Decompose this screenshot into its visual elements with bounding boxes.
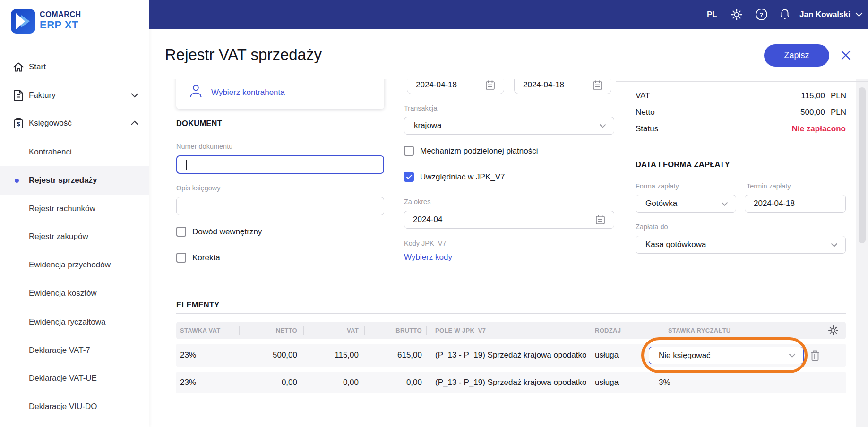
status-label: Status: [636, 124, 658, 134]
choose-codes-link[interactable]: Wybierz kody: [404, 253, 452, 262]
table-row[interactable]: 23% 0,00 0,00 0,00 (P_13 - P_19) Sprzeda…: [176, 372, 846, 393]
sidebar-subitem-deklaracje-vat7[interactable]: Deklaracje VAT-7: [0, 336, 149, 365]
sidebar-subitem-deklaracje-viudo[interactable]: Deklaracje VIU-DO: [0, 393, 149, 421]
sidebar-item-label: Rejestr zakupów: [29, 232, 88, 241]
settings-button[interactable]: [730, 0, 743, 29]
close-icon[interactable]: [840, 50, 851, 61]
jpk-codes-label: Kody JPK_V7: [404, 239, 446, 247]
chevron-down-icon: [855, 12, 863, 17]
comarch-logo[interactable]: [11, 9, 35, 34]
chevron-down-icon: [789, 353, 796, 358]
language-selector[interactable]: PL: [707, 0, 717, 29]
col-pole-jpk: POLE W JPK_V7: [435, 322, 577, 339]
cell-rodzaj: usługa: [595, 344, 647, 367]
checkbox-checked[interactable]: [404, 172, 414, 182]
ryczalt-rate-value: Nie księgować: [659, 351, 711, 360]
cell-stawka-ryczaltu: 3%: [659, 372, 730, 393]
chevron-up-icon: [130, 120, 139, 126]
transaction-dropdown[interactable]: krajowa: [404, 117, 614, 135]
help-button[interactable]: ?: [755, 0, 768, 29]
sidebar-subitem-ewidencja-ryczaltowa[interactable]: Ewidencja ryczałtowa: [0, 308, 149, 336]
calendar-icon[interactable]: [593, 80, 602, 90]
sidebar: COMARCH ERP XT Start Faktury $ Księgowoś…: [0, 0, 149, 427]
sidebar-item-label: Deklaracje VAT-7: [29, 346, 90, 355]
help-icon: ?: [755, 8, 768, 21]
home-icon: [12, 61, 25, 73]
ryczalt-rate-dropdown[interactable]: Nie księgować: [649, 347, 804, 364]
sidebar-subitem-kontrahenci[interactable]: Kontrahenci: [0, 138, 149, 166]
checkbox-unchecked[interactable]: [404, 146, 414, 156]
sidebar-item-ksiegowosc[interactable]: $ Księgowość: [0, 109, 149, 137]
transaction-value: krajowa: [414, 121, 442, 130]
vat-label: VAT: [636, 91, 650, 101]
sidebar-item-label: Ewidencja przychodów: [29, 260, 111, 270]
table-row[interactable]: 23% 500,00 115,00 615,00 (P_13 - P_19) S…: [176, 344, 846, 367]
pay-to-dropdown[interactable]: Kasa gotówkowa: [636, 236, 846, 254]
payment-method-dropdown[interactable]: Gotówka: [636, 195, 736, 213]
user-name: Jan Kowalski: [799, 10, 851, 19]
cell-brutto: 0,00: [327, 372, 422, 393]
description-input[interactable]: [176, 197, 384, 215]
svg-text:?: ?: [760, 11, 764, 18]
scrollbar-thumb[interactable]: [859, 87, 866, 243]
correction-label: Korekta: [192, 253, 220, 263]
issue-date-value: 2024-04-18: [416, 80, 457, 90]
document-section-title: DOKUMENT: [176, 119, 222, 128]
payment-due-value: 2024-04-18: [754, 199, 795, 208]
period-field[interactable]: 2024-04: [404, 211, 614, 229]
sidebar-subitem-deklaracje-vatue[interactable]: Deklaracje VAT-UE: [0, 364, 149, 393]
jpk-include-checkbox[interactable]: Uwzględniać w JPK_V7: [404, 172, 505, 182]
chevron-down-icon: [130, 93, 139, 98]
sidebar-subitem-rejestr-rachunkow[interactable]: Rejestr rachunków: [0, 195, 149, 223]
invoice-icon: [12, 89, 25, 102]
col-brutto: BRUTTO: [327, 322, 422, 339]
pay-to-value: Kasa gotówkowa: [645, 240, 706, 249]
active-item-dot: [15, 179, 19, 183]
calendar-icon[interactable]: [485, 80, 495, 90]
checkbox-unchecked[interactable]: [176, 253, 186, 263]
sidebar-subitem-ewidencja-kosztow[interactable]: Ewidencja kosztów: [0, 279, 149, 307]
checkbox-unchecked[interactable]: [176, 227, 186, 237]
document-number-input[interactable]: [176, 155, 384, 174]
description-label: Opis księgowy: [176, 184, 220, 192]
delete-row-trash-icon[interactable]: [809, 350, 821, 362]
payment-due-field[interactable]: 2024-04-18: [745, 195, 846, 213]
sidebar-item-label: Faktury: [29, 91, 56, 100]
save-button[interactable]: Zapisz: [764, 44, 829, 67]
sidebar-item-faktury[interactable]: Faktury: [0, 81, 149, 110]
sidebar-item-label: Ewidencja ryczałtowa: [29, 317, 106, 327]
table-settings-gear-icon[interactable]: [828, 325, 839, 336]
user-menu[interactable]: Jan Kowalski: [799, 0, 863, 29]
document-number-label: Numer dokumentu: [176, 143, 232, 150]
payment-method-value: Gotówka: [645, 199, 677, 208]
jpk-include-label: Uwzględniać w JPK_V7: [420, 172, 505, 182]
col-stawka-ryczaltu: STAWKA RYCZAŁTU: [668, 322, 772, 339]
period-label: Za okres: [404, 198, 430, 205]
language-label: PL: [707, 10, 717, 19]
correction-checkbox[interactable]: Korekta: [176, 253, 220, 263]
sidebar-subitem-rejestr-zakupow[interactable]: Rejestr zakupów: [0, 222, 149, 251]
transaction-label: Transakcja: [404, 104, 437, 112]
pay-to-label: Zapłata do: [636, 223, 668, 231]
notifications-button[interactable]: [779, 0, 791, 29]
svg-text:$: $: [17, 121, 20, 128]
choose-contractor-link[interactable]: Wybierz kontrahenta: [211, 88, 285, 97]
chevron-down-icon: [831, 243, 838, 247]
sidebar-subitem-rejestr-sprzedazy[interactable]: Rejestr sprzedaży: [0, 166, 149, 195]
internal-document-checkbox[interactable]: Dowód wewnętrzny: [176, 227, 262, 237]
payment-method-label: Forma zapłaty: [636, 182, 679, 190]
internal-document-label: Dowód wewnętrzny: [192, 227, 262, 237]
period-value: 2024-04: [413, 215, 442, 224]
vat-currency: PLN: [830, 91, 846, 101]
chevron-down-icon: [721, 202, 728, 206]
page-header: Rejestr VAT sprzedaży Zapisz: [149, 29, 868, 79]
sidebar-item-label: Deklaracje VAT-UE: [29, 374, 97, 383]
brand-product: ERP XT: [40, 19, 78, 31]
payment-section-rule: [636, 173, 846, 173]
col-rodzaj: RODZAJ: [595, 322, 652, 339]
sidebar-subitem-ewidencja-przychodow[interactable]: Ewidencja przychodów: [0, 251, 149, 279]
elements-section-title: ELEMENTY: [176, 300, 219, 309]
sidebar-item-start[interactable]: Start: [0, 53, 149, 81]
calendar-icon[interactable]: [595, 214, 605, 225]
split-payment-checkbox[interactable]: Mechanizm podzielonej płatności: [404, 146, 538, 156]
